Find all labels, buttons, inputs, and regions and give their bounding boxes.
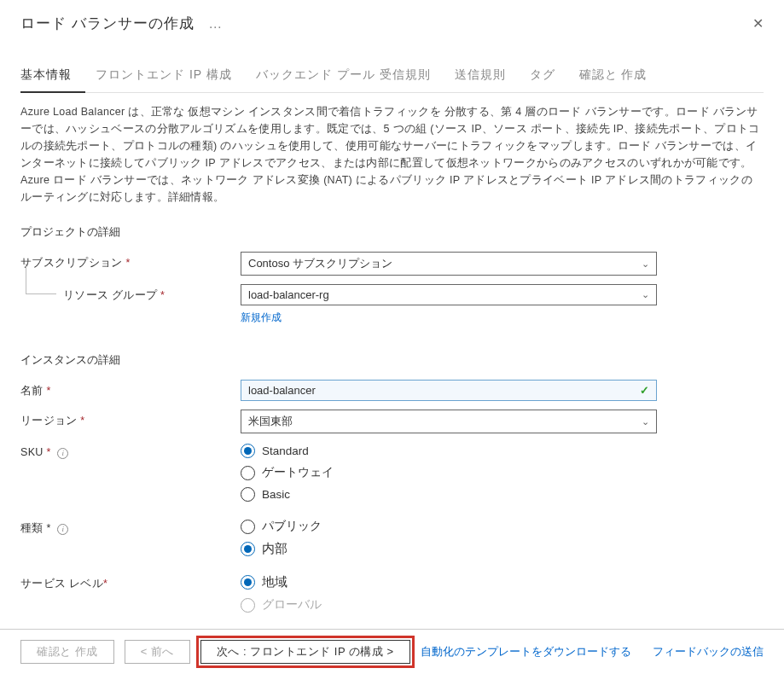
- feedback-link[interactable]: フィードバックの送信: [653, 644, 764, 659]
- sku-gateway-label: ゲートウェイ: [262, 465, 334, 480]
- radio-icon: [241, 575, 255, 590]
- section-project-details: プロジェクトの詳細: [20, 224, 764, 240]
- create-new-link[interactable]: 新規作成: [241, 311, 282, 323]
- type-internal-label: 内部: [262, 541, 287, 557]
- label-resource-group: リソース グループ: [63, 289, 157, 301]
- panel-header: ロード バランサーの作成 … ✕: [20, 14, 764, 33]
- row-resource-group: リソース グループ * load-balancer-rg ⌄ 新規作成: [20, 284, 764, 325]
- resource-group-value: load-balancer-rg: [248, 288, 329, 301]
- check-icon: ✓: [640, 384, 649, 397]
- tab-frontend-ip[interactable]: フロントエンド IP 構成: [96, 59, 246, 92]
- subscription-value: Contoso サブスクリプション: [248, 256, 392, 271]
- row-tier: サービス レベル* 地域 グローバル: [20, 572, 764, 613]
- review-create-button[interactable]: 確認と 作成: [20, 640, 114, 664]
- radio-icon: [241, 542, 255, 556]
- region-value: 米国東部: [248, 414, 293, 429]
- info-icon[interactable]: i: [57, 448, 68, 459]
- radio-icon: [241, 487, 255, 502]
- region-select[interactable]: 米国東部 ⌄: [241, 410, 657, 433]
- label-type: 種類: [20, 522, 44, 534]
- sku-standard-label: Standard: [262, 444, 309, 457]
- radio-icon: [241, 598, 255, 613]
- description-text: Azure Load Balancer は、正常な 仮想マシン インスタンス間で…: [20, 103, 764, 206]
- tab-review-create[interactable]: 確認と 作成: [579, 59, 661, 92]
- section-instance-details: インスタンスの詳細: [20, 352, 764, 368]
- name-input[interactable]: load-balancer ✓: [241, 380, 657, 401]
- prev-button[interactable]: < 前へ: [125, 640, 190, 664]
- tier-global-radio: グローバル: [241, 597, 657, 613]
- type-radio-group: パブリック 内部: [241, 517, 657, 557]
- panel-title: ロード バランサーの作成: [20, 15, 195, 32]
- tab-tags[interactable]: タグ: [530, 59, 569, 92]
- type-public-radio[interactable]: パブリック: [241, 519, 657, 534]
- sku-gateway-radio[interactable]: ゲートウェイ: [241, 465, 657, 480]
- tier-regional-radio[interactable]: 地域: [241, 574, 657, 590]
- tier-radio-group: 地域 グローバル: [241, 572, 657, 613]
- radio-icon: [241, 520, 255, 534]
- next-button[interactable]: 次へ : フロントエンド IP の構成 >: [200, 640, 410, 664]
- label-sku: SKU: [20, 446, 44, 458]
- radio-icon: [241, 466, 255, 480]
- tier-global-label: グローバル: [262, 597, 322, 613]
- indent-line: [26, 264, 56, 294]
- type-public-label: パブリック: [262, 519, 322, 534]
- footer-bar: 確認と 作成 < 前へ 次へ : フロントエンド IP の構成 > 自動化のテン…: [0, 629, 784, 674]
- name-value: load-balancer: [248, 384, 316, 397]
- sku-basic-label: Basic: [262, 488, 290, 501]
- radio-icon: [241, 444, 255, 458]
- close-icon[interactable]: ✕: [752, 15, 764, 32]
- sku-basic-radio[interactable]: Basic: [241, 487, 657, 502]
- tab-backend-pools[interactable]: バックエンド プール 受信規則: [256, 59, 444, 92]
- tab-basics[interactable]: 基本情報: [20, 59, 85, 93]
- more-indicator: …: [208, 16, 222, 31]
- sku-standard-radio[interactable]: Standard: [241, 444, 657, 458]
- row-sku: SKU * i Standard ゲートウェイ Basic: [20, 442, 764, 502]
- tab-outbound-rules[interactable]: 送信規則: [455, 59, 520, 92]
- type-internal-radio[interactable]: 内部: [241, 541, 657, 557]
- resource-group-select[interactable]: load-balancer-rg ⌄: [241, 284, 657, 305]
- chevron-down-icon: ⌄: [642, 289, 649, 300]
- row-name: 名前 * load-balancer ✓: [20, 380, 764, 401]
- chevron-down-icon: ⌄: [642, 416, 649, 427]
- download-template-link[interactable]: 自動化のテンプレートをダウンロードする: [421, 644, 631, 659]
- row-subscription: サブスクリプション * Contoso サブスクリプション ⌄: [20, 252, 764, 276]
- label-region: リージョン: [20, 415, 78, 427]
- tier-regional-label: 地域: [262, 574, 287, 590]
- chevron-down-icon: ⌄: [642, 259, 649, 270]
- label-tier: サービス レベル: [20, 578, 103, 590]
- row-region: リージョン * 米国東部 ⌄: [20, 410, 764, 433]
- tab-bar: 基本情報 フロントエンド IP 構成 バックエンド プール 受信規則 送信規則 …: [20, 59, 764, 93]
- label-name: 名前: [20, 385, 44, 397]
- info-icon[interactable]: i: [57, 524, 68, 535]
- subscription-select[interactable]: Contoso サブスクリプション ⌄: [241, 252, 657, 276]
- sku-radio-group: Standard ゲートウェイ Basic: [241, 442, 657, 502]
- row-type: 種類 * i パブリック 内部: [20, 517, 764, 557]
